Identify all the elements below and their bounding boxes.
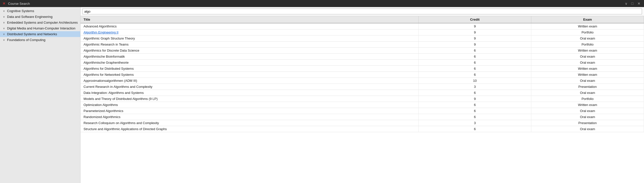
table-row[interactable]: Algorithmische Graphentheorie6Oral exam [80, 60, 644, 66]
content-area: ∨Cognitive Systems∨Data and Software Eng… [0, 7, 644, 183]
table-row[interactable]: Research Colloquium on Algorithms and Co… [80, 120, 644, 126]
cell-title-4: Algorithmics for Discrete Data Science [80, 48, 419, 54]
cell-exam-10: Presentation [531, 84, 644, 90]
sidebar-chevron-0: ∨ [3, 10, 6, 12]
table-row[interactable]: Algorithmics for Discrete Data Science6W… [80, 48, 644, 54]
sidebar: ∨Cognitive Systems∨Data and Software Eng… [0, 7, 80, 183]
cell-credit-7: 6 [419, 66, 531, 72]
cell-credit-11: 6 [419, 90, 531, 96]
table-row[interactable]: Data Integration: Algorithms and Systems… [80, 90, 644, 96]
table-row[interactable]: Approximationsalgorithmen (ADM III)10Ora… [80, 78, 644, 84]
table-row[interactable]: Models and Theory of Distributed Algorit… [80, 96, 644, 102]
table-row[interactable]: Structure and Algorithmic Applications o… [80, 126, 644, 132]
cell-exam-12: Portfolio [531, 96, 644, 102]
sidebar-item-label-0: Cognitive Systems [7, 9, 34, 13]
sidebar-item-1[interactable]: ∨Data and Software Engineering [0, 14, 80, 20]
minimize-button[interactable]: ∨ [624, 1, 628, 6]
cell-credit-5: 6 [419, 54, 531, 60]
sidebar-item-label-4: Distributed Systems and Networks [7, 32, 57, 36]
table-row[interactable]: Algorithms for Networked Systems6Written… [80, 72, 644, 78]
app-icon: ✕ [3, 2, 7, 6]
table-row[interactable]: Algorithmic Research in Teams9Portfolio [80, 42, 644, 48]
table-header-row: Title Credit Exam [80, 16, 644, 23]
maximize-button[interactable]: □ [630, 1, 634, 6]
cell-exam-11: Oral exam [531, 90, 644, 96]
table-row[interactable]: Parameterized Algorithmics6Oral exam [80, 108, 644, 114]
table-row[interactable]: Algorithms for Distributed Systems6Writt… [80, 66, 644, 72]
cell-title-5: Algorithmische Bioinformatik [80, 54, 419, 60]
sidebar-chevron-2: ∨ [3, 21, 6, 24]
close-button[interactable]: ✕ [636, 1, 641, 6]
cell-credit-4: 6 [419, 48, 531, 54]
cell-exam-7: Written exam [531, 66, 644, 72]
table-row[interactable]: Algorithm Engineering II9Portfolio [80, 29, 644, 35]
cell-title-1[interactable]: Algorithm Engineering II [80, 29, 419, 35]
cell-credit-0: 9 [419, 23, 531, 29]
sidebar-item-4[interactable]: ∨Distributed Systems and Networks [0, 31, 80, 37]
cell-title-15: Randomized Algorithmics [80, 114, 419, 120]
header-credit: Credit [419, 16, 531, 23]
cell-credit-2: 9 [419, 35, 531, 42]
sidebar-chevron-3: ∨ [3, 27, 6, 30]
table-body: Advanced Algorithmics9Written examAlgori… [80, 23, 644, 132]
main-window: ✕ Course Search ∨ □ ✕ ∨Cognitive Systems… [0, 0, 644, 183]
sidebar-item-2[interactable]: ∨Embedded Systems and Computer Architect… [0, 20, 80, 25]
cell-title-16: Research Colloquium on Algorithms and Co… [80, 120, 419, 126]
cell-title-2: Algorithmic Graph Structure Theory [80, 35, 419, 42]
cell-exam-16: Presentation [531, 120, 644, 126]
cell-credit-14: 6 [419, 108, 531, 114]
cell-exam-8: Written exam [531, 72, 644, 78]
sidebar-chevron-4: ∨ [3, 33, 6, 35]
header-title: Title [80, 16, 419, 23]
search-bar [80, 7, 644, 16]
cell-title-14: Parameterized Algorithmics [80, 108, 419, 114]
sidebar-item-5[interactable]: ∨Foundations of Computing [0, 37, 80, 43]
sidebar-item-label-5: Foundations of Computing [7, 38, 45, 42]
main-area: Title Credit Exam Advanced Algorithmics9… [80, 7, 644, 183]
title-link-1[interactable]: Algorithm Engineering II [84, 30, 118, 34]
cell-exam-6: Oral exam [531, 60, 644, 66]
sidebar-item-label-1: Data and Software Engineering [7, 15, 53, 19]
cell-credit-1: 9 [419, 29, 531, 35]
table-row[interactable]: Optimization Algorithms6Written exam [80, 102, 644, 108]
cell-title-9: Approximationsalgorithmen (ADM III) [80, 78, 419, 84]
cell-credit-6: 6 [419, 60, 531, 66]
cell-exam-1: Portfolio [531, 29, 644, 35]
cell-exam-17: Oral exam [531, 126, 644, 132]
table-row[interactable]: Current Research in Algorithms and Compl… [80, 84, 644, 90]
cell-title-12: Models and Theory of Distributed Algorit… [80, 96, 419, 102]
cell-credit-17: 6 [419, 126, 531, 132]
table-container: Title Credit Exam Advanced Algorithmics9… [80, 16, 644, 183]
title-bar-controls: ∨ □ ✕ [624, 1, 641, 6]
cell-exam-5: Oral exam [531, 54, 644, 60]
cell-exam-15: Oral exam [531, 114, 644, 120]
title-bar-left: ✕ Course Search [3, 2, 30, 6]
sidebar-item-label-2: Embedded Systems and Computer Architectu… [7, 21, 78, 24]
cell-title-7: Algorithms for Distributed Systems [80, 66, 419, 72]
window-title: Course Search [8, 2, 30, 6]
cell-exam-3: Portfolio [531, 42, 644, 48]
sidebar-item-0[interactable]: ∨Cognitive Systems [0, 8, 80, 14]
title-bar: ✕ Course Search ∨ □ ✕ [0, 0, 644, 7]
cell-credit-8: 6 [419, 72, 531, 78]
sidebar-item-label-3: Digital Media and Human-Computer Interac… [7, 26, 75, 30]
cell-credit-16: 3 [419, 120, 531, 126]
cell-exam-9: Oral exam [531, 78, 644, 84]
table-row[interactable]: Algorithmische Bioinformatik6Oral exam [80, 54, 644, 60]
cell-exam-14: Oral exam [531, 108, 644, 114]
search-input[interactable] [83, 9, 642, 14]
header-exam: Exam [531, 16, 644, 23]
cell-exam-2: Oral exam [531, 35, 644, 42]
sidebar-item-3[interactable]: ∨Digital Media and Human-Computer Intera… [0, 25, 80, 31]
table-row[interactable]: Algorithmic Graph Structure Theory9Oral … [80, 35, 644, 42]
table-row[interactable]: Advanced Algorithmics9Written exam [80, 23, 644, 29]
cell-title-0: Advanced Algorithmics [80, 23, 419, 29]
table-row[interactable]: Randomized Algorithmics6Oral exam [80, 114, 644, 120]
cell-credit-10: 3 [419, 84, 531, 90]
cell-exam-13: Written exam [531, 102, 644, 108]
cell-title-10: Current Research in Algorithms and Compl… [80, 84, 419, 90]
cell-exam-0: Written exam [531, 23, 644, 29]
cell-exam-4: Written exam [531, 48, 644, 54]
sidebar-chevron-5: ∨ [3, 39, 6, 41]
cell-title-17: Structure and Algorithmic Applications o… [80, 126, 419, 132]
